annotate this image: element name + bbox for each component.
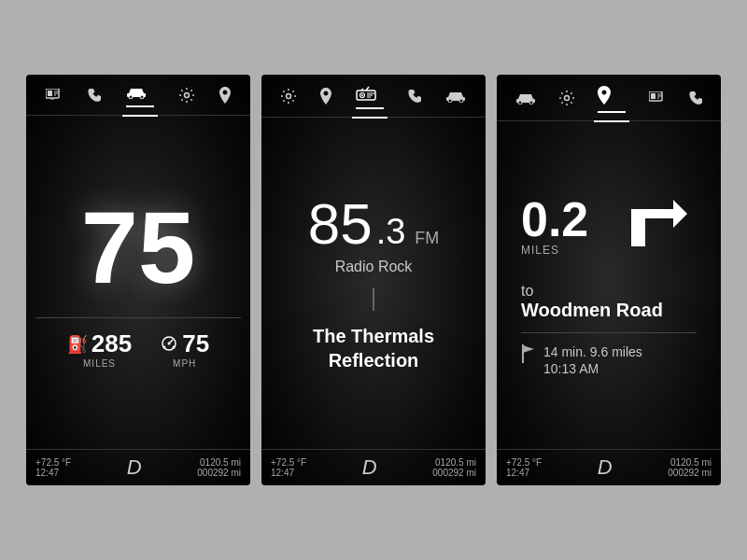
svg-point-11 <box>168 342 171 344</box>
nav-distance-row: 0.2 MILES <box>521 195 697 275</box>
dashboard-panels: 75 ⛽ 285 MILES <box>26 75 721 485</box>
media-icon[interactable] <box>42 87 66 107</box>
settings-icon[interactable] <box>556 89 578 111</box>
svg-rect-1 <box>48 91 52 96</box>
nav-panel: 0.2 MILES to Woodmen Road <box>497 75 721 485</box>
road-name: Woodmen Road <box>521 300 697 321</box>
footer-temp: +72.5 °F <box>35 457 71 468</box>
footer-temp: +72.5 °F <box>271 457 306 468</box>
location-icon[interactable] <box>317 86 335 110</box>
settings-icon[interactable] <box>176 86 198 108</box>
rpm-icon <box>160 334 178 355</box>
nav-content: 0.2 MILES to Woodmen Road <box>497 121 721 449</box>
flag-icon <box>521 344 536 366</box>
location-icon[interactable] <box>216 85 234 109</box>
road-to-label: to Woodmen Road <box>521 283 697 321</box>
phone-icon[interactable] <box>84 86 105 108</box>
footer-gear: D <box>598 455 613 480</box>
car-icon[interactable] <box>442 88 470 108</box>
car-icon[interactable] <box>122 84 158 109</box>
nav-distance-value: 0.2 <box>521 195 588 244</box>
car-icon[interactable] <box>512 90 540 110</box>
radio-station-name: Radio Rock <box>335 259 413 275</box>
radio-panel: 85.3 FM Radio Rock The Thermals Reflecti… <box>261 75 486 485</box>
svg-point-27 <box>565 95 570 100</box>
fuel-miles-value: 285 <box>92 329 132 358</box>
radio-divider <box>373 288 374 311</box>
svg-point-13 <box>173 345 176 348</box>
footer-time: 12:47 <box>35 468 71 478</box>
footer-trip2: 000292 mi <box>668 468 712 478</box>
nav-distance-label: MILES <box>521 244 588 257</box>
current-speed-value: 75 <box>182 329 209 358</box>
footer-temp: +72.5 °F <box>506 457 542 468</box>
radio-frequency: 85.3 FM <box>308 195 440 253</box>
nav-panel-nav <box>497 75 721 121</box>
speed-stat: 75 MPH <box>160 329 209 369</box>
footer-trip1: 0120.5 mi <box>670 457 712 468</box>
svg-point-26 <box>529 101 533 105</box>
turn-arrow-icon <box>622 190 697 275</box>
fuel-label: MILES <box>83 358 116 369</box>
speed-content: 75 ⛽ 285 MILES <box>26 116 250 449</box>
svg-rect-29 <box>651 93 655 99</box>
location-pin-icon[interactable] <box>594 84 629 115</box>
speed-stats: ⛽ 285 MILES <box>35 317 241 369</box>
svg-point-25 <box>518 101 522 105</box>
speed-panel-footer: +72.5 °F 12:47 D 0120.5 mi 000292 mi <box>26 449 250 485</box>
svg-point-12 <box>163 345 166 348</box>
svg-point-14 <box>287 93 291 98</box>
footer-trip2: 000292 mi <box>197 468 241 478</box>
phone-icon[interactable] <box>685 89 706 111</box>
eta-time-distance: 14 min. 9.6 miles <box>543 344 642 359</box>
nav-eta: 14 min. 9.6 miles 10:13 AM <box>521 344 697 376</box>
speed-label: MPH <box>173 358 196 369</box>
settings-icon[interactable] <box>277 87 300 109</box>
radio-band: FM <box>415 230 439 246</box>
fuel-stat: ⛽ 285 MILES <box>67 329 132 369</box>
footer-gear: D <box>127 455 142 480</box>
fuel-icon: ⛽ <box>67 334 88 355</box>
song-subtitle-line: Reflection <box>313 348 434 372</box>
svg-point-17 <box>361 94 363 96</box>
nav-info: 0.2 MILES to Woodmen Road <box>512 195 706 376</box>
svg-point-9 <box>184 92 189 97</box>
freq-decimal: .3 <box>376 214 406 249</box>
footer-trip1: 0120.5 mi <box>200 457 241 468</box>
media-icon[interactable] <box>645 90 669 110</box>
eta-arrival: 10:13 AM <box>543 361 642 376</box>
radio-content: 85.3 FM Radio Rock The Thermals Reflecti… <box>261 118 486 449</box>
speed-panel: 75 ⛽ 285 MILES <box>26 75 250 485</box>
svg-point-8 <box>140 95 144 99</box>
footer-gear: D <box>362 455 377 480</box>
svg-point-22 <box>448 99 452 103</box>
phone-icon[interactable] <box>404 87 425 109</box>
nav-panel-footer: +72.5 °F 12:47 D 0120.5 mi 000292 mi <box>497 449 721 485</box>
speed-value: 75 <box>81 196 195 299</box>
radio-icon[interactable] <box>352 84 388 111</box>
footer-trip2: 000292 mi <box>432 468 476 478</box>
footer-time: 12:47 <box>271 468 306 478</box>
svg-point-23 <box>459 99 463 103</box>
nav-divider <box>521 332 697 333</box>
radio-panel-nav <box>261 75 486 118</box>
speed-panel-nav <box>26 75 250 116</box>
footer-time: 12:47 <box>506 468 542 478</box>
radio-song-title: The Thermals Reflection <box>313 324 434 372</box>
radio-panel-footer: +72.5 °F 12:47 D 0120.5 mi 000292 mi <box>261 449 486 485</box>
footer-trip1: 0120.5 mi <box>435 457 476 468</box>
freq-main: 85 <box>308 195 373 253</box>
song-title-line: The Thermals <box>313 324 434 348</box>
svg-point-7 <box>129 95 133 99</box>
